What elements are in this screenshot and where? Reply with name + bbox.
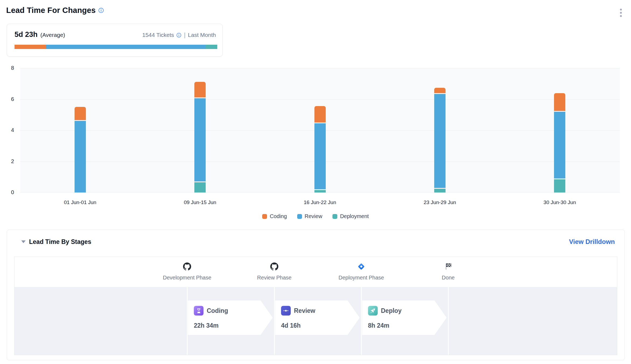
lead-time-dashboard: Lead Time For Changes 5d 23h (Average) 1… — [0, 0, 631, 364]
lead-time-by-stages-card: Lead Time By Stages View Drilldown Devel… — [7, 230, 625, 360]
legend-item-deployment[interactable]: Deployment — [332, 213, 369, 219]
bar-segment-coding — [434, 88, 446, 93]
stage-card-review[interactable]: Review4d 16h — [275, 300, 360, 335]
tickets-count: 1544 Tickets — [142, 32, 174, 38]
legend-label: Review — [305, 213, 322, 219]
hourglass-icon — [194, 306, 204, 316]
average-suffix: (Average) — [40, 32, 65, 38]
stage-card-coding[interactable]: Coding22h 34m — [188, 300, 273, 335]
stage-card-deploy[interactable]: Deploy8h 24m — [362, 300, 447, 335]
bar-segment-deployment — [434, 189, 446, 192]
distribution-segment-coding — [15, 45, 46, 49]
distribution-segment-deployment — [206, 45, 217, 49]
y-tick-label: 0 — [0, 189, 14, 195]
stacked-bar-2[interactable] — [194, 68, 206, 192]
legend-label: Deployment — [340, 213, 369, 219]
collapse-chevron-icon[interactable] — [21, 240, 26, 243]
x-tick-label: 09 Jun-15 Jun — [170, 200, 230, 205]
chart-legend: CodingReviewDeployment — [0, 213, 631, 219]
gridline-y-4 — [20, 130, 620, 131]
legend-label: Coding — [270, 213, 287, 219]
title-info-icon[interactable] — [98, 8, 104, 13]
stacked-bar-1[interactable] — [75, 68, 86, 192]
gridline-y-2 — [20, 162, 620, 162]
phase-deployment-phase: Deployment Phase — [332, 262, 391, 281]
commit-icon — [281, 306, 291, 316]
bar-segment-review — [75, 121, 86, 192]
github-icon — [245, 262, 304, 271]
average-lead-time-card: 5d 23h (Average) 1544 Tickets | Last Mon… — [7, 24, 223, 57]
stage-duration: 4d 16h — [281, 322, 360, 329]
x-tick-label: 16 Jun-22 Jun — [290, 200, 350, 205]
stages-band: Coding22h 34mReview4d 16hDeploy8h 24m — [15, 287, 617, 355]
bar-segment-coding — [314, 106, 326, 122]
column-divider — [448, 287, 449, 355]
view-drilldown-link[interactable]: View Drilldown — [569, 238, 615, 246]
more-options-button[interactable] — [618, 7, 623, 19]
legend-item-coding[interactable]: Coding — [262, 213, 287, 219]
checkered-flag-icon — [419, 262, 478, 271]
phase-label: Done — [419, 275, 478, 281]
stage-duration: 8h 24m — [368, 322, 447, 329]
phase-review-phase: Review Phase — [245, 262, 304, 281]
stages-section-title: Lead Time By Stages — [29, 238, 91, 246]
bar-segment-deployment — [314, 190, 326, 192]
column-divider — [187, 287, 188, 355]
y-tick-label: 4 — [0, 127, 14, 133]
page-title: Lead Time For Changes — [6, 6, 96, 15]
page-header: Lead Time For Changes — [6, 6, 623, 19]
bar-segment-coding — [194, 82, 206, 97]
x-tick-label: 30 Jun-30 Jun — [530, 200, 589, 205]
stage-label: Deploy — [381, 307, 402, 314]
gridline-y-0 — [20, 192, 620, 192]
bar-segment-review — [554, 112, 565, 178]
jira-diamond-icon — [332, 262, 391, 271]
phase-label: Development Phase — [157, 275, 217, 281]
rocket-icon — [368, 306, 378, 316]
stacked-bar-4[interactable] — [434, 68, 446, 192]
average-value-group: 5d 23h (Average) — [15, 30, 65, 39]
stages-timeline-table: Development PhaseReview PhaseDeployment … — [14, 257, 617, 355]
legend-item-review[interactable]: Review — [297, 213, 322, 219]
chart-plot-area — [20, 68, 620, 192]
github-icon — [157, 262, 217, 271]
period-label: Last Month — [188, 32, 216, 38]
stage-label: Review — [294, 307, 315, 314]
average-value: 5d 23h — [15, 30, 38, 38]
stage-label: Coding — [207, 307, 228, 314]
bar-segment-review — [194, 98, 206, 181]
phase-label: Review Phase — [245, 275, 304, 281]
bar-segment-review — [434, 94, 446, 188]
y-tick-label: 2 — [0, 158, 14, 164]
stacked-bar-5[interactable] — [554, 68, 565, 192]
phase-development-phase: Development Phase — [157, 262, 217, 281]
legend-swatch-coding — [262, 214, 267, 219]
stacked-bar-3[interactable] — [314, 68, 326, 192]
distribution-segment-review — [46, 45, 206, 49]
phase-label: Deployment Phase — [332, 275, 391, 281]
stage-duration: 22h 34m — [194, 322, 273, 329]
legend-swatch-review — [297, 214, 302, 219]
column-divider — [274, 287, 275, 355]
tickets-info-icon[interactable] — [176, 33, 181, 38]
bar-segment-deployment — [554, 179, 565, 192]
phase-done: Done — [419, 262, 478, 281]
bar-segment-coding — [554, 93, 565, 111]
phase-header-row: Development PhaseReview PhaseDeployment … — [15, 257, 617, 287]
separator: | — [184, 32, 185, 38]
gridline-y-8 — [20, 68, 620, 68]
bar-segment-deployment — [194, 182, 206, 192]
gridline-y-6 — [20, 99, 620, 100]
y-tick-label: 8 — [0, 65, 14, 71]
bar-segment-review — [314, 123, 326, 189]
x-tick-label: 23 Jun-29 Jun — [410, 200, 469, 205]
lead-time-distribution-bar — [15, 45, 217, 49]
bar-segment-coding — [75, 107, 86, 120]
y-tick-label: 6 — [0, 96, 14, 102]
column-divider — [361, 287, 362, 355]
x-tick-label: 01 Jun-01 Jun — [51, 200, 110, 205]
legend-swatch-deployment — [332, 214, 337, 219]
